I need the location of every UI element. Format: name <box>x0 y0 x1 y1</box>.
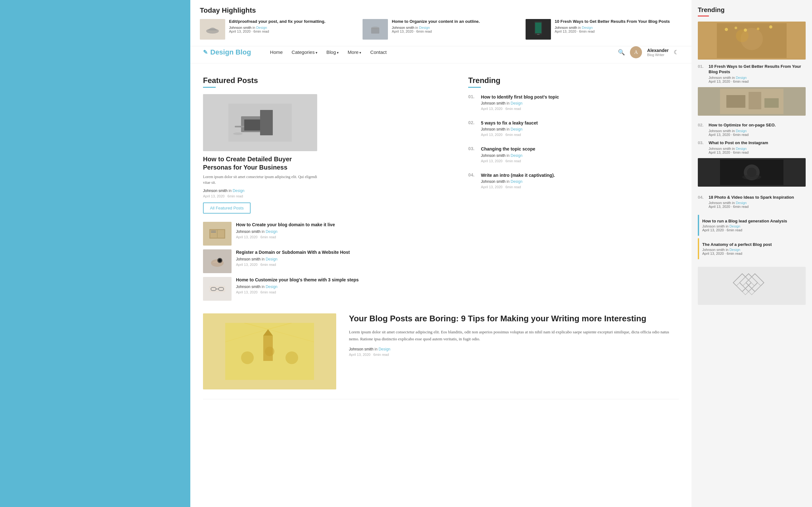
trending-item-4[interactable]: 04. Write an intro (make it captivating)… <box>468 172 679 193</box>
svg-rect-43 <box>726 95 745 108</box>
nav-blog[interactable]: Blog <box>326 49 339 55</box>
svg-rect-9 <box>260 110 273 135</box>
page-wrapper: Today Highlights Edit/proofread your pos… <box>0 0 812 507</box>
trending-list: 01. How to Identify first blog post's to… <box>468 94 679 193</box>
sidebar-featured-item-1[interactable]: How to run a Blog lead generation Analys… <box>698 215 806 236</box>
hero-date: April 13, 2020 6min read <box>203 194 455 198</box>
list-item-text-2: Register a Domain or Subdomain With a We… <box>236 249 350 271</box>
sidebar-trending-item-4[interactable]: 04. 18 Photo & Video Ideas to Spark Insp… <box>698 195 806 209</box>
nav-right: 🔍 A Alexander Blog Writer ☾ <box>618 46 679 58</box>
nav-home[interactable]: Home <box>270 49 283 55</box>
list-item-img-hand <box>203 249 232 273</box>
sidebar-trending-text-4: 18 Photo & Video Ideas to Spark Inspirat… <box>709 195 794 209</box>
highlight-text-1: Edit/proofread your post, and fix your f… <box>229 19 325 33</box>
wide-post-meta: Johnson smith in Design <box>349 347 679 351</box>
trending-num-1: 01. <box>468 94 477 99</box>
svg-rect-44 <box>749 92 761 109</box>
featured-list: How to Create your blog domain to make i… <box>203 222 455 301</box>
sidebar-featured-list: How to run a Blog lead generation Analys… <box>698 215 806 262</box>
sidebar-mid-image <box>698 87 806 116</box>
featured-posts-section: Featured Posts <box>203 76 455 301</box>
wide-post-content: Your Blog Posts are Boring: 9 Tips for M… <box>349 314 679 361</box>
trending-item-text-1: How to Identify first blog post's topic … <box>481 94 559 115</box>
sidebar-featured-item-2[interactable]: The Anatomy of a perfect Blog post Johns… <box>698 238 806 259</box>
avatar: A <box>630 46 642 58</box>
nav-logo-text: Design Blog <box>210 48 251 56</box>
sidebar-trending-list: 01. 10 Fresh Ways to Get Better Results … <box>698 64 806 209</box>
nav-contact[interactable]: Contact <box>370 49 387 55</box>
svg-rect-4 <box>535 22 542 33</box>
trending-title: Trending <box>468 76 679 85</box>
hero-excerpt: Lorem ipsum dolor sit amet consectetur i… <box>203 174 317 185</box>
sidebar-trending-num-2: 02. <box>698 123 705 127</box>
list-item[interactable]: Home to Customize your blog's theme with… <box>203 277 455 301</box>
svg-rect-16 <box>211 232 216 233</box>
featured-hero[interactable]: How to Create Detailed Buyer Personas fo… <box>203 94 455 214</box>
trending-item-1[interactable]: 01. How to Identify first blog post's to… <box>468 94 679 115</box>
svg-point-27 <box>286 351 298 364</box>
list-item-img-books <box>203 222 232 245</box>
featured-posts-title: Featured Posts <box>203 76 455 85</box>
svg-rect-10 <box>235 126 244 127</box>
moon-icon[interactable]: ☾ <box>674 49 679 56</box>
main-content: Today Highlights Edit/proofread your pos… <box>190 0 692 507</box>
user-role: Blog Writer <box>647 53 669 57</box>
nav-more[interactable]: More <box>348 49 361 55</box>
wide-post-date: April 13, 2020 6min read <box>349 353 679 356</box>
sidebar-big-image <box>698 21 806 60</box>
nav-links: Home Categories Blog More Contact <box>270 49 618 55</box>
nav-categories[interactable]: Categories <box>292 49 317 55</box>
trending-num-2: 02. <box>468 120 477 125</box>
sidebar-trending-item-3[interactable]: 03. What to Post on the Instagram Johnso… <box>698 140 806 154</box>
svg-point-41 <box>769 25 772 29</box>
hero-title: How to Create Detailed Buyer Personas fo… <box>203 155 317 171</box>
svg-point-36 <box>736 30 749 42</box>
svg-point-39 <box>744 29 747 32</box>
trending-item-3[interactable]: 03. Changing the topic scope Johnson smi… <box>468 146 679 167</box>
list-item-text-1: How to Create your blog domain to make i… <box>236 222 335 243</box>
trending-item-text-3: Changing the topic scope Johnson smith i… <box>481 146 535 167</box>
svg-point-11 <box>233 132 243 135</box>
highlight-item-2[interactable]: Home to Organize your content in an outl… <box>362 19 519 40</box>
sidebar-trending-item-1[interactable]: 01. 10 Fresh Ways to Get Better Results … <box>698 64 806 83</box>
today-highlights: Today Highlights Edit/proofread your pos… <box>190 0 692 46</box>
sidebar-trending-item-2[interactable]: 02. How to Optimize for on-page SEO. Joh… <box>698 123 806 136</box>
list-item[interactable]: How to Create your blog domain to make i… <box>203 222 455 245</box>
highlight-text-3: 10 Fresh Ways to Get Better Results From… <box>555 19 670 33</box>
wide-post-excerpt: Lorem ipsum dolor sit amet consectetur a… <box>349 329 679 343</box>
svg-rect-5 <box>537 34 540 35</box>
trending-num-3: 03. <box>468 146 477 151</box>
wide-post-image <box>203 314 336 389</box>
trending-num-4: 04. <box>468 172 477 177</box>
highlight-item-3[interactable]: 10 Fresh Ways to Get Better Results From… <box>525 19 682 40</box>
all-featured-button[interactable]: All Featured Posts <box>203 203 251 214</box>
svg-point-38 <box>734 26 737 29</box>
highlights-title: Today Highlights <box>200 6 682 14</box>
nav-logo[interactable]: ✎ Design Blog <box>203 48 251 56</box>
user-info: Alexander Blog Writer <box>647 48 669 57</box>
highlight-img-hat <box>200 19 225 40</box>
highlight-item-1[interactable]: Edit/proofread your post, and fix your f… <box>200 19 356 40</box>
list-item-text-3: Home to Customize your blog's theme with… <box>236 277 359 298</box>
wide-post[interactable]: Your Blog Posts are Boring: 9 Tips for M… <box>203 314 679 399</box>
left-panel <box>0 0 190 507</box>
sidebar-dark-image <box>698 158 806 187</box>
highlight-img-coffee <box>362 19 388 40</box>
featured-main: How to Create Detailed Buyer Personas fo… <box>203 94 455 301</box>
sidebar-trending-text-1: 10 Fresh Ways to Get Better Results From… <box>709 64 806 83</box>
user-name: Alexander <box>647 48 669 53</box>
highlight-img-phone <box>525 19 551 40</box>
hero-meta: Johnson smith in Design <box>203 188 455 193</box>
trending-item-2[interactable]: 02. 5 ways to fix a leaky faucet Johnson… <box>468 120 679 141</box>
body-area: Featured Posts <box>190 63 692 412</box>
list-item[interactable]: Register a Domain or Subdomain With a We… <box>203 249 455 273</box>
search-icon[interactable]: 🔍 <box>618 49 625 56</box>
sidebar-trending-underline <box>698 15 709 16</box>
featured-title-underline <box>203 87 216 88</box>
wide-post-title: Your Blog Posts are Boring: 9 Tips for M… <box>349 314 679 324</box>
sidebar-trending-num-4: 04. <box>698 195 705 200</box>
sidebar-trending-num-3: 03. <box>698 140 705 145</box>
trending-item-text-2: 5 ways to fix a leaky faucet Johnson smi… <box>481 120 538 141</box>
featured-hero-image <box>203 94 317 151</box>
edit-icon: ✎ <box>203 49 208 56</box>
